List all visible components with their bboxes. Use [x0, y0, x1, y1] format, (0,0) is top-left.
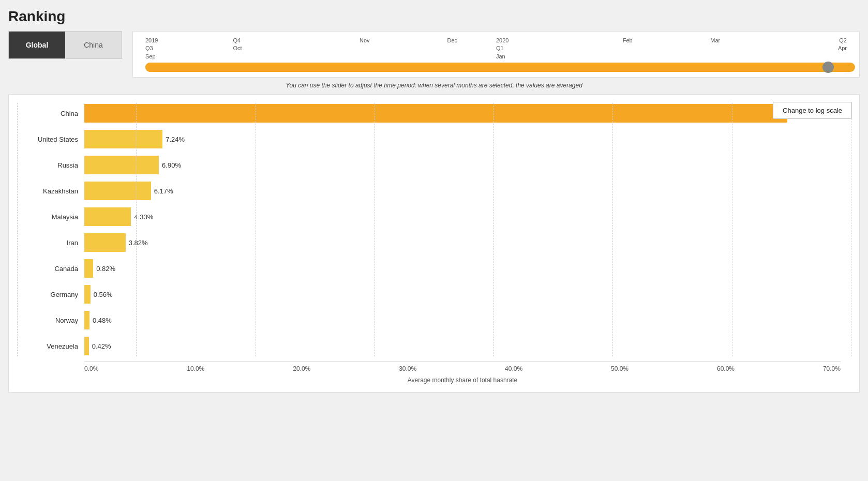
top-section: Global China 2019 Q3 Sep Q4 Oct — [8, 31, 860, 78]
x-tick-10: 10.0% — [187, 365, 204, 372]
bar-country-label: Iran — [17, 239, 84, 247]
x-tick-20: 20.0% — [293, 365, 310, 372]
quarter-q4: Q4 — [233, 37, 321, 44]
bar-value-label: 4.33% — [134, 213, 153, 221]
timeline-slider-track[interactable] — [145, 63, 855, 72]
x-tick-40: 40.0% — [505, 365, 522, 372]
bar-fill — [84, 207, 131, 226]
bar-value-label: 0.82% — [96, 265, 115, 273]
log-scale-button[interactable]: Change to log scale — [773, 102, 852, 119]
timeline-slider-thumb-right[interactable] — [822, 62, 834, 73]
bar-row: Germany0.56% — [84, 284, 841, 305]
tab-china[interactable]: China — [65, 32, 122, 58]
bar-value-label: 0.42% — [92, 342, 111, 350]
bar-row: Norway0.48% — [84, 310, 841, 330]
bar-value-label: 0.56% — [94, 291, 113, 298]
x-tick-60: 60.0% — [717, 365, 735, 372]
bar-fill — [84, 156, 159, 174]
tab-global[interactable]: Global — [9, 32, 65, 58]
chart-container: Change to log scale China65.08%Unit — [8, 94, 860, 393]
bar-fill — [84, 337, 89, 355]
bar-row: Canada0.82% — [84, 258, 841, 279]
bar-row: United States7.24% — [84, 129, 841, 149]
x-tick-0: 0.0% — [84, 365, 98, 372]
month-feb: Feb — [623, 37, 633, 44]
bar-area: 4.33% — [84, 207, 841, 226]
gridline-70 — [851, 103, 851, 356]
timeline-slider-selected — [145, 63, 813, 72]
x-tick-50: 50.0% — [611, 365, 628, 372]
bar-country-label: Germany — [17, 291, 84, 298]
slider-hint: You can use the slider to adjust the tim… — [8, 82, 860, 89]
bar-country-label: Kazakhstan — [17, 187, 84, 195]
tab-buttons: Global China — [8, 31, 122, 59]
bar-area: 0.82% — [84, 259, 841, 278]
bar-area: 3.82% — [84, 233, 841, 252]
bar-row: Kazakhstan6.17% — [84, 181, 841, 201]
bar-country-label: China — [17, 110, 84, 117]
bar-chart: China65.08%United States7.24%Russia6.90%… — [17, 103, 851, 356]
bar-country-label: Canada — [17, 265, 84, 273]
bar-country-label: Russia — [17, 161, 84, 169]
bar-row: Venezuela0.42% — [84, 336, 841, 356]
x-axis-container: 0.0% 10.0% 20.0% 30.0% 40.0% 50.0% 60.0%… — [17, 362, 851, 384]
month-apr: Apr — [838, 44, 847, 52]
bar-country-label: Venezuela — [17, 342, 84, 350]
x-axis: 0.0% 10.0% 20.0% 30.0% 40.0% 50.0% 60.0%… — [84, 362, 841, 374]
bar-area: 7.24% — [84, 130, 841, 148]
bar-fill — [84, 311, 89, 329]
quarter-q2: Q2 — [839, 37, 847, 44]
x-tick-70: 70.0% — [823, 365, 841, 372]
bar-value-label: 7.24% — [166, 136, 185, 143]
quarter-q1: Q1 — [496, 44, 584, 52]
bar-country-label: Norway — [17, 317, 84, 324]
month-mar: Mar — [710, 37, 720, 44]
bar-row: Malaysia4.33% — [84, 206, 841, 227]
month-oct: Oct — [233, 44, 321, 52]
bar-value-label: 0.48% — [93, 317, 112, 324]
month-sep: Sep — [145, 53, 233, 61]
bar-value-label: 6.90% — [162, 161, 181, 169]
bar-rows-container: China65.08%United States7.24%Russia6.90%… — [84, 103, 841, 356]
bar-fill — [84, 130, 162, 148]
chart-inner: China65.08%United States7.24%Russia6.90%… — [17, 103, 851, 384]
bar-area: 6.17% — [84, 182, 841, 200]
month-dec: Dec — [447, 37, 457, 44]
bar-area: 0.48% — [84, 311, 841, 329]
bar-area: 0.56% — [84, 285, 841, 304]
bar-value-label: 3.82% — [129, 239, 148, 247]
bar-fill — [84, 259, 93, 278]
bar-value-label: 6.17% — [154, 187, 173, 195]
x-axis-label: Average monthly share of total hashrate — [84, 377, 841, 384]
bar-area: 0.42% — [84, 337, 841, 355]
bar-area: 6.90% — [84, 156, 841, 174]
year-2020: 2020 — [496, 37, 584, 44]
bar-fill — [84, 233, 126, 252]
bar-row: China65.08% — [84, 103, 841, 124]
bar-row: Russia6.90% — [84, 155, 841, 175]
bar-country-label: Malaysia — [17, 213, 84, 221]
bar-fill — [84, 182, 151, 200]
bar-fill — [84, 285, 91, 304]
bar-fill — [84, 104, 787, 123]
page-title: Ranking — [8, 8, 860, 25]
quarter-q3: Q3 — [145, 44, 233, 52]
month-jan: Jan — [496, 53, 584, 61]
bar-area: 65.08% — [84, 104, 841, 123]
bar-row: Iran3.82% — [84, 232, 841, 253]
x-tick-30: 30.0% — [399, 365, 416, 372]
bar-country-label: United States — [17, 136, 84, 143]
year-2019: 2019 — [145, 37, 233, 44]
month-nov: Nov — [360, 37, 370, 44]
timeline-section: 2019 Q3 Sep Q4 Oct Nov Dec — [132, 31, 860, 78]
page-wrapper: Ranking Global China 2019 Q3 Sep Q4 Oct — [8, 8, 860, 393]
